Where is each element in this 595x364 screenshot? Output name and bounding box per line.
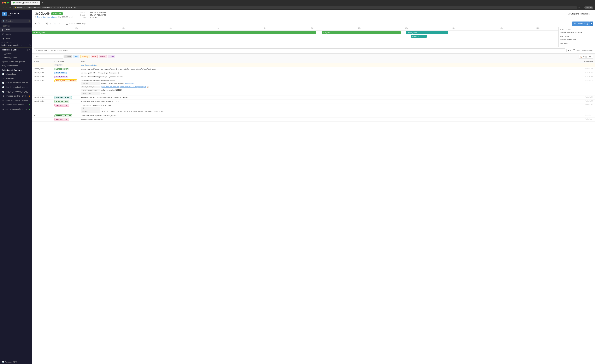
- log-filter-input[interactable]: [34, 55, 63, 58]
- sidebar-item-failure-sensor[interactable]: ⚙ pipeline_failure_sensor: [0, 103, 32, 107]
- pid-value: 1: [101, 107, 102, 110]
- sidebar-item-runs[interactable]: ▶ Runs: [0, 28, 32, 32]
- event-type-badge: LOADED_INPUT: [55, 68, 69, 70]
- schedules-category: Schedules & Sensors: [0, 68, 32, 72]
- schedules-label: Schedules & Sensors: [2, 69, 21, 71]
- forward-button[interactable]: ›: [5, 7, 8, 9]
- sidebar-item-dbt-pipeline[interactable]: dbt_pipeline: [0, 51, 32, 56]
- url-display: demo.elementl.show/instance/runs/3c00bc4…: [17, 7, 76, 9]
- tab-title: download_pipeline 3c00bc46: [15, 2, 36, 4]
- event-filter-button[interactable]: Event: [108, 55, 115, 58]
- info-filter-button[interactable]: Info: [73, 55, 79, 58]
- maximize-button[interactable]: [7, 2, 9, 4]
- error-filter-button[interactable]: Error: [91, 55, 97, 58]
- logo-text: DAGSTER: [8, 12, 20, 14]
- close-button[interactable]: [2, 2, 4, 4]
- debug-filter-button[interactable]: Debug: [64, 55, 72, 58]
- event-type-cell: ASSET_MATERIALIZATION: [53, 79, 79, 96]
- view-tags-button[interactable]: View tags and configuration: [566, 12, 592, 16]
- timezone-item[interactable]: 🕐 Automatic (PDT): [2, 361, 30, 363]
- sidebar-item-assets[interactable]: ◫ Assets: [0, 32, 32, 36]
- tick-90s: 90s: [452, 27, 455, 29]
- gantt-tool-fit[interactable]: ⊞: [34, 22, 37, 25]
- logs-filter-bar: Debug Info Warning Error Critical Event …: [32, 54, 595, 60]
- log-table-header: SOLID EVENT TYPE INFO TIMESTAMP: [32, 60, 595, 63]
- repo-selector[interactable]: hacker_news_repository ▾ ↻: [1, 44, 31, 46]
- re-execute-dropdown-button[interactable]: ▾: [590, 21, 593, 26]
- sidebar-item-status[interactable]: ◉ Status: [0, 36, 32, 41]
- runs-icon: ▶: [2, 28, 4, 31]
- not-executed-text: No steps are waiting to execute: [560, 31, 594, 34]
- daily-hn-staging-label: daily_hn_download_staging_...: [6, 91, 30, 93]
- refresh-icon[interactable]: ↻: [29, 44, 31, 46]
- not-executed-title: NOT EXECUTED: [560, 28, 594, 31]
- sidebar-item-all-sensors[interactable]: ⚙ All sensors: [0, 76, 32, 81]
- pipeline-list-icon[interactable]: ≡: [29, 49, 30, 51]
- app: D DAGSTER 0.10.8 🔍 / INSTANCE ▶ Runs ◫ A…: [0, 10, 595, 364]
- sidebar-item-story-sensor[interactable]: ⚙ story_recommender_sensor: [0, 107, 32, 111]
- step-subset-icon: ✦: [35, 49, 37, 51]
- sidebar-item-daily-hn-local[interactable]: 🕐 daily_hn_download_local_sc...: [0, 81, 32, 85]
- browser-chrome: download_pipeline 3c00bc46 ✕ +: [0, 0, 595, 5]
- incognito-badge: Incognito: [584, 7, 593, 9]
- log-table-body: step_logs View Raw Step Output upload_st…: [32, 63, 595, 122]
- gantt-bar-download-items[interactable]: download_items: [32, 31, 316, 34]
- tab-close-button[interactable]: ✕: [37, 2, 38, 4]
- bookmark-button[interactable]: ☆: [578, 7, 580, 9]
- warning-filter-button[interactable]: Warning: [80, 55, 90, 58]
- new-tab-button[interactable]: +: [41, 1, 44, 4]
- sidebar-item-download-staging[interactable]: ⚙ download_pipeline__staging...: [0, 98, 32, 103]
- search-input[interactable]: [6, 20, 28, 22]
- view-asset-link[interactable]: [View Asset]: [125, 82, 134, 85]
- pipeline-grid-icon[interactable]: ⊞: [27, 49, 28, 51]
- sidebar-item-daily-hn-prod[interactable]: 🕐 daily_hn_download_prod_s...: [0, 85, 32, 89]
- critical-filter-button[interactable]: Critical: [99, 55, 107, 58]
- sidebar-item-all-schedules[interactable]: 🕐 All schedules: [0, 72, 32, 76]
- table-row: upload_stories STEP_INPUT Got input "pat…: [32, 71, 595, 75]
- step-keys-label: step_keys: [81, 110, 100, 113]
- schedule-clock-icon: 🕐: [2, 82, 4, 84]
- gantt-tool-list[interactable]: ≡: [45, 22, 48, 25]
- schedule-clock-icon3: 🕐: [2, 91, 4, 93]
- gantt-tool-expand[interactable]: ⊞: [58, 22, 61, 25]
- run-started-row: Started Mar 17, 7:19:04 AM: [80, 12, 106, 14]
- hide-not-started-checkbox[interactable]: [66, 23, 68, 25]
- copy-parquet-button[interactable]: 📋: [147, 86, 149, 88]
- sidebar-item-download-prod[interactable]: ⚙ download_pipeline__prod_...: [0, 94, 32, 98]
- dot-orange-icon: [29, 96, 30, 97]
- sidebar-item-download-pipeline[interactable]: download_pipeline: [0, 56, 32, 60]
- layers-button[interactable]: ⊞ ▾: [567, 49, 572, 52]
- view-raw-step-output-link[interactable]: View Raw Step Output: [81, 64, 97, 66]
- step-subset-bar: ✦ ⊞ ▾ Hide unselected steps: [32, 47, 595, 53]
- more-button[interactable]: ⋮: [581, 7, 583, 9]
- copy-url-button[interactable]: 📋 Copy URL: [578, 55, 593, 58]
- pipeline-link[interactable]: Run of download_pipeline: [37, 16, 57, 18]
- tick-30s: 30s: [170, 27, 172, 29]
- gantt-bar-split-types[interactable]: split_types: [322, 31, 401, 34]
- gantt-bar-upload-c[interactable]: upload_c: [411, 35, 427, 38]
- step-subset-input[interactable]: [38, 49, 564, 51]
- active-tab[interactable]: download_pipeline 3c00bc46 ✕: [11, 0, 40, 5]
- reload-button[interactable]: ↺: [9, 7, 12, 9]
- run-id: 3c00bc46: [35, 12, 50, 15]
- sidebar-item-daily-hn-staging[interactable]: 🕐 daily_hn_download_staging_...: [0, 89, 32, 94]
- parquet-file-link[interactable]: gs://hackernews-elementl-prod/stories/20…: [101, 86, 146, 88]
- sidebar-item-failure-alert-pipeline[interactable]: pipeline_failure_alert_pipeline: [0, 60, 32, 64]
- gantt-ruler: 10s 20s 30s 40s 50s 60s 70s 80s 90s 100s…: [32, 27, 558, 31]
- bar-label-upload-stories: upload_stories: [407, 32, 418, 34]
- timestamp-cell: 07:20:32.499: [577, 71, 595, 75]
- gantt-tool-time[interactable]: 🕐: [53, 22, 57, 25]
- info-cell: Loaded input "path" using input manager …: [79, 67, 577, 71]
- minimize-button[interactable]: [4, 2, 6, 4]
- back-button[interactable]: ‹: [2, 7, 5, 9]
- re-execute-button[interactable]: Re-execute All (*): [572, 21, 590, 26]
- gantt-bar-upload-stories[interactable]: upload_stories: [406, 31, 448, 34]
- gantt-tool-bar[interactable]: ▤: [49, 22, 52, 25]
- address-input[interactable]: 🔒 demo.elementl.show/instance/runs/3c00b…: [13, 6, 577, 9]
- sidebar-item-story-recommender[interactable]: story_recommender: [0, 64, 32, 68]
- hide-unselected-checkbox[interactable]: [573, 49, 575, 51]
- gantt-tool-zoom[interactable]: ⊟: [38, 22, 41, 25]
- event-type-cell: STEP_SUCCESS: [53, 99, 79, 104]
- bigquery-table-row: bigquery_table stories: [81, 92, 576, 95]
- sidebar-runs-label: Runs: [6, 29, 10, 31]
